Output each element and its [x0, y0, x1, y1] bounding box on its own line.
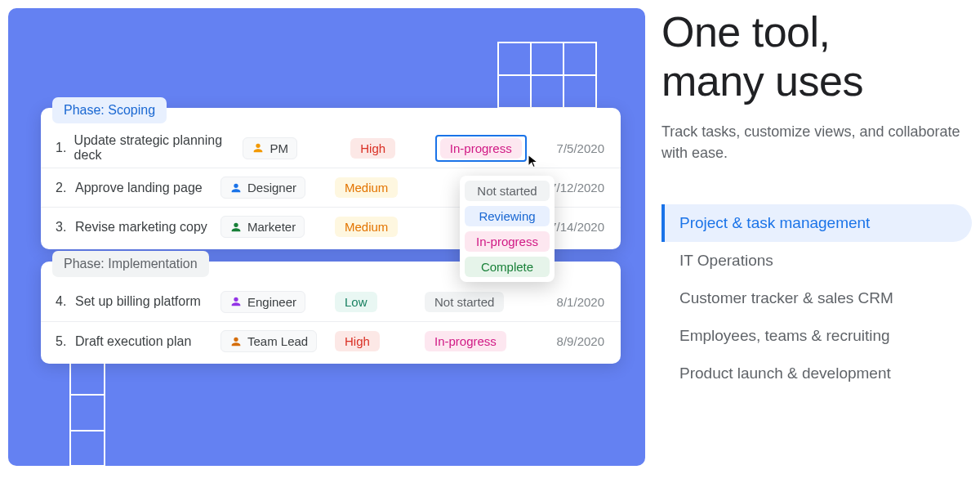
table-row[interactable]: 5. Draft execution plan Team Lead High I… — [41, 321, 621, 360]
date-cell: 8/1/2020 — [531, 295, 604, 309]
dropdown-option-in-progress[interactable]: In-progress — [465, 231, 550, 252]
row-number: 1. — [56, 141, 74, 155]
role-chip[interactable]: Marketer — [220, 216, 305, 238]
status-dropdown[interactable]: Not started Reviewing In-progress Comple… — [460, 176, 555, 282]
role-chip[interactable]: Engineer — [220, 291, 305, 313]
use-case-it-operations[interactable]: IT Operations — [662, 242, 972, 280]
row-number: 2. — [56, 181, 75, 195]
priority-chip[interactable]: Medium — [335, 217, 398, 237]
person-icon — [229, 181, 243, 195]
role-label: Engineer — [247, 295, 296, 309]
page-subtitle: Track tasks, customize views, and collab… — [662, 121, 972, 163]
status-chip[interactable]: Not started — [425, 292, 504, 312]
use-case-list: Project & task management IT Operations … — [662, 204, 972, 392]
role-chip[interactable]: PM — [243, 137, 297, 159]
decorative-grid-bottom — [69, 360, 105, 466]
role-label: PM — [270, 141, 288, 155]
dropdown-option-reviewing[interactable]: Reviewing — [465, 206, 550, 226]
role-chip[interactable]: Team Lead — [220, 330, 317, 352]
status-cell-active[interactable]: In-progress — [435, 135, 527, 162]
task-name: Revise marketing copy — [75, 220, 220, 235]
table-row[interactable]: 4. Set up billing platform Engineer Low … — [41, 282, 621, 321]
decorative-grid-top — [498, 42, 596, 108]
page-title: One tool, many uses — [662, 8, 972, 106]
priority-chip[interactable]: Medium — [335, 177, 398, 198]
row-number: 3. — [56, 220, 75, 235]
task-name: Approve landing page — [75, 181, 220, 195]
role-label: Designer — [247, 181, 296, 195]
task-name: Update strategic planning deck — [74, 133, 243, 163]
task-name: Draft execution plan — [75, 334, 220, 349]
app-preview-panel: Phase: Scoping 1. Update strategic plann… — [8, 8, 645, 466]
row-number: 5. — [56, 334, 75, 349]
priority-chip[interactable]: Low — [335, 292, 377, 312]
dropdown-option-not-started[interactable]: Not started — [465, 181, 550, 201]
use-case-employees-teams[interactable]: Employees, teams & recruiting — [662, 317, 972, 355]
use-case-customer-crm[interactable]: Customer tracker & sales CRM — [662, 280, 972, 317]
role-label: Team Lead — [247, 334, 308, 348]
use-case-product-launch[interactable]: Product launch & development — [662, 355, 972, 392]
priority-chip[interactable]: High — [335, 331, 380, 351]
person-icon — [229, 295, 243, 308]
table-row[interactable]: 1. Update strategic planning deck PM Hig… — [41, 128, 621, 168]
row-number: 4. — [56, 294, 75, 309]
dropdown-option-complete[interactable]: Complete — [465, 257, 550, 277]
person-icon — [252, 141, 265, 154]
role-chip[interactable]: Designer — [220, 177, 305, 199]
priority-chip[interactable]: High — [350, 138, 395, 159]
status-chip: In-progress — [440, 138, 522, 159]
person-icon — [229, 221, 243, 234]
status-chip[interactable]: In-progress — [425, 331, 506, 351]
phase-badge[interactable]: Phase: Scoping — [52, 97, 167, 123]
marketing-column: One tool, many uses Track tasks, customi… — [662, 0, 980, 483]
role-label: Marketer — [247, 220, 296, 234]
date-cell: 8/9/2020 — [531, 334, 604, 348]
person-icon — [229, 335, 243, 348]
task-name: Set up billing platform — [75, 294, 220, 309]
date-cell: 7/5/2020 — [535, 141, 604, 155]
use-case-project-task[interactable]: Project & task management — [662, 204, 972, 242]
phase-badge[interactable]: Phase: Implementation — [52, 251, 209, 277]
